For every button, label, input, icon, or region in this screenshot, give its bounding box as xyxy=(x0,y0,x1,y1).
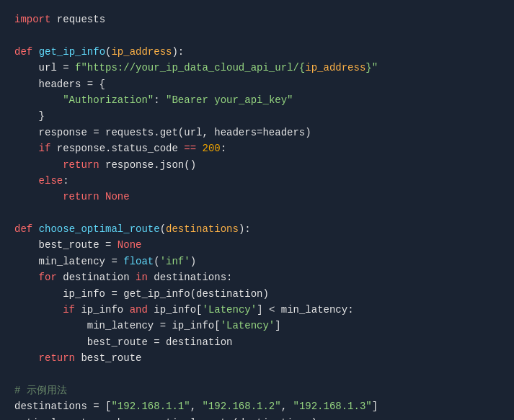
line-19: if ip_info and ip_info['Latency'] < min_… xyxy=(14,302,500,318)
line-24: # 示例用法 xyxy=(14,383,500,398)
line-21: best_route = destination xyxy=(14,334,500,350)
line-3: def get_ip_info(ip_address): xyxy=(14,44,500,60)
line-16: min_latency = float('inf') xyxy=(14,254,500,269)
line-5: headers = { xyxy=(14,76,500,92)
line-1: import requests xyxy=(14,12,500,27)
line-empty-1 xyxy=(14,27,500,43)
line-18: ip_info = get_ip_info(destination) xyxy=(14,286,500,302)
line-7: } xyxy=(14,108,500,124)
line-empty-3 xyxy=(14,367,500,383)
line-10: return response.json() xyxy=(14,157,500,173)
line-11: else: xyxy=(14,173,500,189)
line-15: best_route = None xyxy=(14,237,500,253)
line-22: return best_route xyxy=(14,350,500,366)
code-editor: import requests def get_ip_info(ip_addre… xyxy=(0,0,514,420)
line-8: response = requests.get(url, headers=hea… xyxy=(14,125,500,140)
line-9: if response.status_code == 200: xyxy=(14,140,500,156)
line-25: destinations = ["192.168.1.1", "192.168.… xyxy=(14,398,500,414)
line-20: min_latency = ip_info['Latency'] xyxy=(14,318,500,334)
line-12: return None xyxy=(14,189,500,205)
line-empty-2 xyxy=(14,205,500,221)
line-4: url = f"https://your_ip_data_cloud_api_u… xyxy=(14,60,500,76)
line-26: optimal_route = choose_optimal_route(des… xyxy=(14,415,500,420)
line-14: def choose_optimal_route(destinations): xyxy=(14,221,500,237)
line-6: "Authorization": "Bearer your_api_key" xyxy=(14,92,500,108)
line-17: for destination in destinations: xyxy=(14,269,500,285)
